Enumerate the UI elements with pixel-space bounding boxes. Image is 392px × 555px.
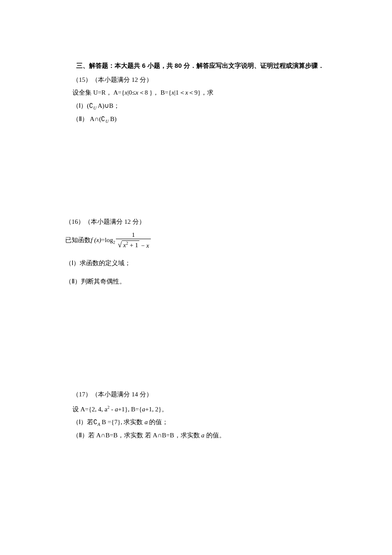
union-icon: ∪ bbox=[104, 102, 109, 109]
var-x: x bbox=[146, 242, 149, 249]
q16-part2: （Ⅱ）判断其奇偶性。 bbox=[60, 275, 337, 288]
complement-icon: ∁ bbox=[101, 116, 105, 122]
heading-prefix: 三、解答题：本大题共 bbox=[76, 62, 142, 69]
t: - bbox=[110, 406, 115, 413]
var-a: a bbox=[115, 406, 118, 413]
var-x: x bbox=[123, 242, 126, 249]
complement-icon: ∁ bbox=[93, 419, 98, 425]
q17-part2: （Ⅱ）若 A∩B=B，求实数 a若 A∩B=B，求实数 a 的值。 bbox=[60, 429, 337, 442]
t: A) bbox=[96, 102, 104, 109]
answer-space bbox=[60, 288, 337, 388]
fx: f (x) bbox=[91, 237, 101, 243]
q15-header: （15）（本小题满分 12 分） bbox=[60, 74, 337, 86]
t: 的值； bbox=[148, 419, 169, 425]
radical-icon: √ bbox=[118, 241, 122, 249]
t: ＜9}，求 bbox=[188, 89, 213, 96]
logbase: 2 bbox=[113, 240, 115, 245]
t: |0≤ bbox=[127, 89, 135, 96]
q15-part1: （Ⅰ）(∁U A)∪B； bbox=[60, 100, 337, 112]
t: B) bbox=[109, 116, 117, 122]
t: +1}, B={ bbox=[118, 406, 142, 413]
var-a: a bbox=[144, 419, 148, 425]
answer-space bbox=[60, 126, 337, 216]
eq: = bbox=[101, 237, 105, 243]
fraction: 1 √ x2 + 1 − x bbox=[116, 231, 151, 249]
minus: − bbox=[139, 242, 146, 249]
roman-2-icon: （Ⅱ）若 A∩B=B，求实数 bbox=[72, 432, 145, 439]
log: log bbox=[105, 237, 113, 243]
t: ＜8 }， B={ bbox=[138, 89, 172, 96]
t: 设 A={2, 4, a bbox=[72, 406, 107, 413]
t: 若 A∩B=B，求实数 bbox=[145, 432, 202, 439]
heading-mid: 小题，共 bbox=[146, 62, 175, 69]
t: 已知函数 bbox=[65, 234, 91, 246]
q16-part1: （Ⅰ）求函数的定义域； bbox=[60, 257, 337, 269]
t: B； bbox=[109, 102, 120, 109]
q16-stem: 已知函数 f (x)=log2 1 √ x2 + 1 − x bbox=[60, 231, 337, 249]
q17-header: （17）（本小题满分 14 分） bbox=[60, 388, 337, 401]
count: 6 bbox=[142, 62, 145, 69]
var-a: a bbox=[142, 406, 145, 413]
q15-stem: 设全集 U=R， A={x|0≤x＜8 }， B={x|1＜x＜9}，求 bbox=[60, 87, 337, 99]
sub-u: U bbox=[105, 119, 108, 124]
t: + 1 bbox=[128, 242, 138, 249]
t: +1, 2}。 bbox=[145, 406, 168, 413]
roman-2-icon: （Ⅱ） bbox=[72, 116, 88, 122]
complement-icon: ∁ bbox=[89, 102, 93, 109]
q15-stem-pre: 设全集 U=R， A={ bbox=[72, 89, 124, 96]
denominator: √ x2 + 1 − x bbox=[116, 239, 151, 249]
q17-part1: （Ⅰ）若∁A B ={7}, 求实数 a 的值； bbox=[60, 416, 337, 428]
var-a: a bbox=[201, 432, 205, 439]
section-heading: 三、解答题：本大题共 6 小题，共 80 分．解答应写出文字说明、证明过程或演算… bbox=[60, 60, 337, 72]
q16-header: （16）（本小题满分 12 分） bbox=[60, 216, 337, 228]
var-x: x bbox=[135, 89, 138, 96]
roman-1-icon: （Ⅰ） bbox=[72, 102, 87, 109]
intersection-icon: ∩ bbox=[95, 116, 99, 122]
q17-stem: 设 A={2, 4, a2 - a+1}, B={a+1, 2}。 bbox=[60, 403, 337, 416]
t: |1＜ bbox=[174, 89, 185, 96]
t: 的值。 bbox=[205, 432, 225, 439]
q15-part2: （Ⅱ） A∩(∁U B) bbox=[60, 113, 337, 125]
roman-1-icon: （Ⅰ）若 bbox=[72, 419, 93, 425]
sqrt: √ x2 + 1 bbox=[118, 240, 139, 249]
t: B ={7}, 求实数 bbox=[100, 419, 144, 425]
heading-suffix: 分．解答应写出文字说明、证明过程或演算步骤． bbox=[182, 62, 324, 69]
radicand: x2 + 1 bbox=[122, 240, 139, 249]
t: A bbox=[88, 116, 95, 122]
points: 80 bbox=[175, 62, 182, 69]
numerator: 1 bbox=[116, 231, 151, 239]
